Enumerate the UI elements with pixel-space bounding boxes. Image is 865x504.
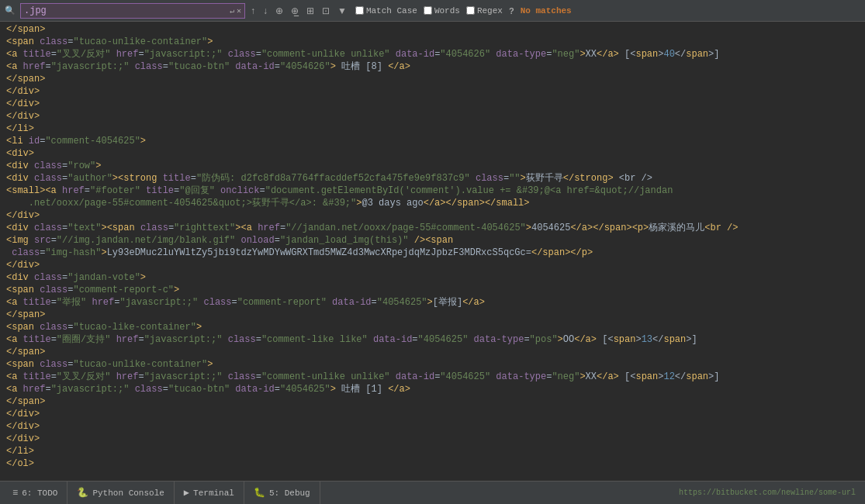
words-checkbox[interactable] — [424, 6, 432, 15]
search-input-wrapper: ↵ ✕ — [20, 3, 245, 19]
search-input[interactable] — [24, 5, 195, 16]
tab-terminal-label: Terminal — [193, 488, 234, 498]
search-extra-btn1[interactable]: ⊕̲ — [289, 5, 301, 17]
tab-todo-label: 6: TODO — [22, 488, 57, 498]
code-line: </div> — [0, 110, 865, 123]
match-case-checkbox[interactable] — [355, 6, 364, 15]
code-line: </span> — [0, 309, 865, 321]
code-line: </span> — [0, 73, 865, 85]
code-line: .net/ooxx/page-55#comment-4054625&quot;>… — [0, 197, 865, 209]
search-bar: 🔍 ↵ ✕ ↑ ↓ ⊕ ⊕̲ ⊞ ⊡ ▼ Match Case Words Re… — [0, 0, 865, 22]
search-up-button[interactable]: ↑ — [248, 5, 258, 17]
code-line: </span> — [0, 395, 865, 408]
code-line: <li id="comment-4054625"> — [0, 135, 865, 147]
tab-terminal[interactable]: ▶ Terminal — [175, 482, 244, 504]
code-line: <span class="comment-report-c"> — [0, 284, 865, 296]
bottom-bar: ≡ 6: TODO 🐍 Python Console ▶ Terminal 🐛 … — [0, 481, 865, 504]
code-line: <div class="text"><span class="righttext… — [0, 222, 865, 234]
code-line: <span class="tucao-like-container"> — [0, 321, 865, 333]
code-line: <a href="javascript:;" class="tucao-btn"… — [0, 60, 865, 73]
code-line: <div> — [0, 147, 865, 160]
return-icon[interactable]: ↵ — [230, 6, 234, 16]
debug-icon: 🐛 — [254, 487, 265, 499]
code-line: <span class="tucao-unlike-container"> — [0, 36, 865, 48]
search-extra-btn2[interactable]: ⊞ — [304, 5, 317, 17]
code-line: <a title="举报" href="javascript:;" class=… — [0, 296, 865, 309]
search-icon: 🔍 — [3, 5, 17, 16]
search-extra-btn3[interactable]: ⊡ — [320, 5, 332, 17]
filter-button[interactable]: ▼ — [335, 5, 349, 17]
code-line: </div> — [0, 420, 865, 433]
code-line: <div class="jandan-vote"> — [0, 271, 865, 284]
regex-checkbox[interactable] — [466, 6, 475, 15]
code-line: <a href="javascript:;" class="tucao-btn"… — [0, 383, 865, 395]
words-option[interactable]: Words — [424, 6, 460, 16]
code-line: <small><a href="#footer" title="@回复" onc… — [0, 185, 865, 197]
code-line: </ol> — [0, 457, 865, 470]
search-down-button[interactable]: ↓ — [261, 5, 270, 17]
help-button[interactable]: ? — [509, 6, 514, 16]
code-line: </div> — [0, 408, 865, 420]
tab-todo[interactable]: ≡ 6: TODO — [3, 482, 67, 504]
code-line: <a title="叉叉/反对" href="javascript:;" cla… — [0, 48, 865, 60]
tab-debug[interactable]: 🐛 5: Debug — [244, 482, 320, 504]
clear-icon[interactable]: ✕ — [237, 6, 241, 16]
match-case-option[interactable]: Match Case — [355, 6, 417, 16]
code-line: <a title="叉叉/反对" href="javascript:;" cla… — [0, 371, 865, 383]
code-line: </span> — [0, 23, 865, 36]
code-line: </div> — [0, 98, 865, 110]
code-area[interactable]: </span> <span class="tucao-unlike-contai… — [0, 22, 865, 481]
code-line: <div class="author"><strong title="防伪码: … — [0, 172, 865, 185]
search-options: Match Case Words Regex ? — [355, 6, 514, 16]
terminal-icon: ▶ — [184, 487, 189, 499]
code-line: <span class="tucao-unlike-container"> — [0, 358, 865, 371]
code-line: <a title="圈圈/支持" href="javascript:;" cla… — [0, 333, 865, 346]
python-icon: 🐍 — [77, 487, 88, 499]
tab-python-label: Python Console — [92, 488, 164, 498]
code-line: class="img-hash">Ly93eDMuc2luYWltZy5jbi9… — [0, 247, 865, 259]
code-line: </div> — [0, 85, 865, 98]
code-line: </div> — [0, 433, 865, 445]
code-line: </div> — [0, 259, 865, 271]
tab-python[interactable]: 🐍 Python Console — [67, 482, 174, 504]
code-line: </span> — [0, 346, 865, 358]
find-all-button[interactable]: ⊕ — [273, 5, 285, 17]
code-line: <div class="row"> — [0, 160, 865, 172]
no-matches-label: No matches — [521, 6, 572, 16]
code-line: </li> — [0, 123, 865, 135]
tab-debug-label: 5: Debug — [269, 488, 310, 498]
todo-icon: ≡ — [12, 488, 18, 499]
code-line: </div> — [0, 209, 865, 222]
code-line: </li> — [0, 445, 865, 457]
code-line: <img src="//img.jandan.net/img/blank.gif… — [0, 234, 865, 247]
regex-option[interactable]: Regex — [466, 6, 503, 16]
status-url: https://bitbucket.com/newline/some-url — [679, 488, 862, 497]
